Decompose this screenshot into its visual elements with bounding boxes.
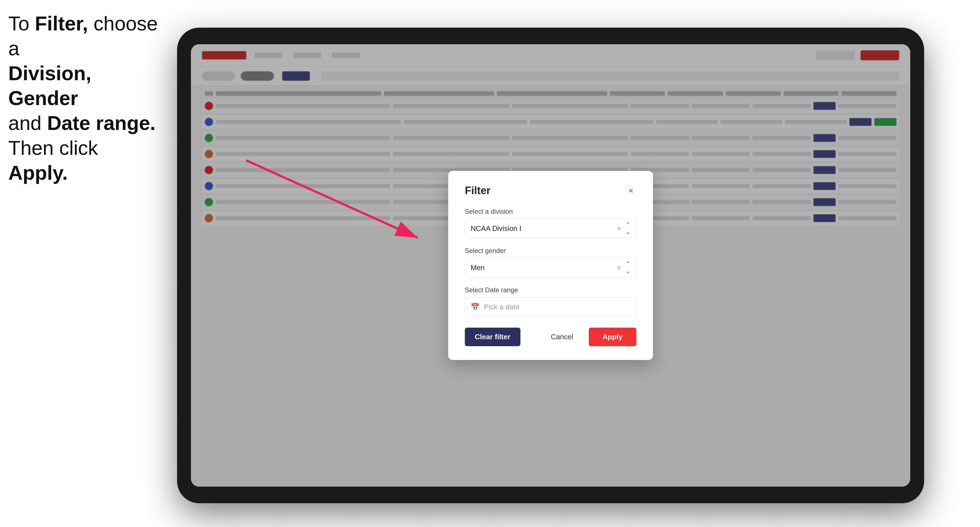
gender-select-controls: × ⌃⌄: [617, 260, 630, 275]
instruction-bold-apply: Apply.: [8, 162, 68, 184]
gender-select[interactable]: Men × ⌃⌄: [465, 258, 636, 277]
modal-footer: Clear filter Cancel Apply: [465, 328, 636, 346]
modal-overlay: Filter × Select a division NCAA Division…: [191, 44, 910, 487]
instruction-bold-date: Date range.: [47, 112, 156, 134]
gender-arrow-icon: ⌃⌄: [625, 260, 630, 275]
date-label: Select Date range: [465, 286, 636, 294]
apply-button[interactable]: Apply: [589, 328, 636, 346]
modal-header: Filter ×: [465, 185, 636, 197]
tablet-device: Filter × Select a division NCAA Division…: [177, 28, 924, 503]
date-form-group: Select Date range 📅 Pick a date: [465, 286, 636, 317]
cancel-button[interactable]: Cancel: [541, 328, 583, 346]
clear-filter-button[interactable]: Clear filter: [465, 328, 520, 346]
filter-modal: Filter × Select a division NCAA Division…: [448, 171, 653, 360]
date-placeholder: Pick a date: [484, 303, 520, 311]
division-select-controls: × ⌃⌄: [617, 221, 630, 236]
calendar-icon: 📅: [471, 303, 479, 311]
division-selected-value: NCAA Division I: [471, 224, 522, 233]
modal-title: Filter: [465, 185, 490, 197]
gender-selected-value: Men: [471, 264, 485, 272]
division-select[interactable]: NCAA Division I × ⌃⌄: [465, 219, 636, 238]
gender-form-group: Select gender Men × ⌃⌄: [465, 247, 636, 277]
instruction-bold-division-gender: Division, Gender: [8, 62, 91, 109]
gender-clear-icon[interactable]: ×: [617, 264, 621, 272]
date-input[interactable]: 📅 Pick a date: [465, 297, 636, 317]
tablet-screen: Filter × Select a division NCAA Division…: [191, 44, 910, 487]
modal-footer-right: Cancel Apply: [541, 328, 636, 346]
division-form-group: Select a division NCAA Division I × ⌃⌄: [465, 208, 636, 238]
division-label: Select a division: [465, 208, 636, 215]
gender-label: Select gender: [465, 247, 636, 255]
division-clear-icon[interactable]: ×: [617, 224, 621, 233]
instruction-bold-filter: Filter,: [35, 13, 88, 35]
division-arrow-icon: ⌃⌄: [625, 221, 630, 236]
instruction-block: To Filter, choose a Division, Gender and…: [8, 11, 161, 185]
modal-close-button[interactable]: ×: [625, 185, 636, 196]
